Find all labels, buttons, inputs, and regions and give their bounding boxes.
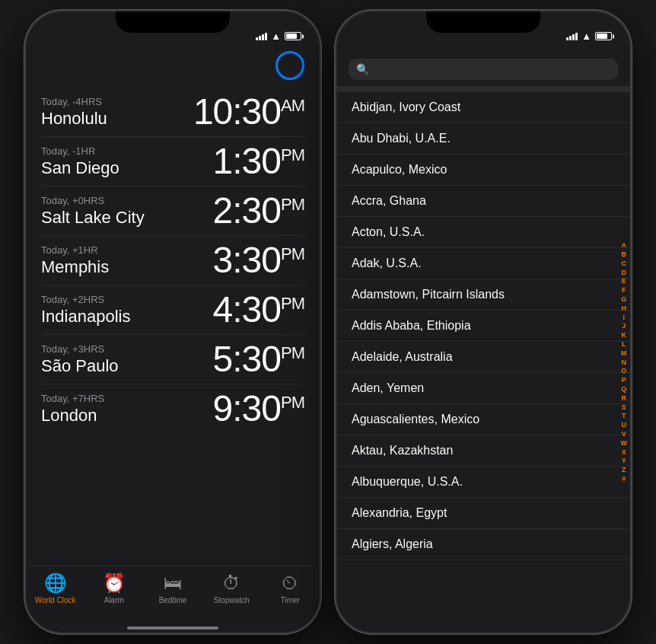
clock-city-0: Honolulu [41,109,107,129]
list-item[interactable]: Adamstown, Pitcairn Islands [336,279,630,311]
clock-offset-2: Today, +0HRS [41,195,145,206]
alpha-letter-O[interactable]: O [621,367,626,375]
alpha-letter-U[interactable]: U [622,421,627,429]
clock-left-6: Today, +7HRS London [41,393,104,426]
alpha-letter-S[interactable]: S [622,403,626,412]
clock-city-5: São Paulo [41,356,119,376]
alpha-letter-P[interactable]: P [622,376,626,384]
alpha-letter-J[interactable]: J [622,322,626,330]
clock-time-3: 3:30PM [213,242,304,279]
clock-item: Today, -1HR San Diego 1:30PM [41,137,304,187]
alpha-letter-Q[interactable]: Q [621,385,626,394]
clock-city-1: San Diego [41,158,119,178]
alpha-letter-T[interactable]: T [622,412,626,420]
tab-bar: 🌐 World Clock ⏰ Alarm 🛏 Bedtime ⏱ Stopwa… [26,566,320,628]
tab-stopwatch[interactable]: ⏱ Stopwatch [209,572,254,604]
clock-left-3: Today, +1HR Memphis [41,244,109,277]
alpha-letter-I[interactable]: I [623,314,625,322]
list-item[interactable]: Alexandria, Egypt [336,498,630,529]
list-item[interactable]: Addis Ababa, Ethiopia [336,311,630,342]
alpha-letter-D[interactable]: D [622,269,627,277]
alpha-letter-Y[interactable]: Y [622,457,626,465]
list-item[interactable]: Acapulco, Mexico [336,155,630,186]
alpha-letter-F[interactable]: F [622,286,626,295]
list-item[interactable]: Accra, Ghana [336,186,630,217]
alpha-letter-N[interactable]: N [622,359,627,367]
tab-icon-stopwatch: ⏱ [222,572,240,594]
clock-offset-4: Today, +2HRS [41,294,130,305]
alpha-letter-B[interactable]: B [622,250,627,259]
home-indicator [26,628,320,633]
tab-icon-timer: ⏲ [281,572,299,594]
tab-label-alarm: Alarm [104,596,124,604]
alpha-letter-G[interactable]: G [621,295,626,304]
clock-time-0: 10:30AM [193,94,304,130]
alpha-letter-X[interactable]: X [622,448,626,457]
clock-item: Today, -4HRS Honolulu 10:30AM [41,88,304,137]
clock-list: Today, -4HRS Honolulu 10:30AM Today, -1H… [26,88,320,566]
alpha-letter-Z[interactable]: Z [622,466,626,474]
clock-city-2: Salt Lake City [41,208,145,228]
clock-left-2: Today, +0HRS Salt Lake City [41,195,145,228]
clock-item: Today, +7HRS London 9:30PM [41,384,304,433]
notch [116,11,230,33]
clock-ampm-1: PM [281,145,304,164]
list-item[interactable]: Aktau, Kazakhstan [336,435,630,467]
list-item[interactable]: Adelaide, Australia [336,342,630,373]
signal-icon-2 [566,33,578,40]
clock-item: Today, +3HRS São Paulo 5:30PM [41,335,304,384]
list-item[interactable]: Abidjan, Ivory Coast [336,92,630,123]
tab-label-timer: Timer [281,596,300,604]
alpha-letter-H[interactable]: H [622,304,627,313]
alpha-letter-K[interactable]: K [622,331,627,340]
city-list: Abidjan, Ivory CoastAbu Dhabi, U.A.E.Aca… [336,92,630,633]
tab-bedtime[interactable]: 🛏 Bedtime [150,572,196,604]
list-item[interactable]: Adak, U.S.A. [336,248,630,279]
search-bar[interactable]: 🔍 [349,59,618,80]
alpha-index[interactable]: ABCDEFGHIJKLMNOPQRSTUVWXYZ# [621,92,628,633]
tab-label-bedtime: Bedtime [159,596,187,604]
alpha-letter-L[interactable]: L [622,340,626,349]
clock-item: Today, +1HR Memphis 3:30PM [41,236,304,285]
tab-alarm[interactable]: ⏰ Alarm [91,572,137,604]
clock-offset-1: Today, -1HR [41,145,119,157]
status-icons: ▲ [256,30,301,42]
clock-offset-0: Today, -4HRS [41,96,107,107]
clock-offset-5: Today, +3HRS [41,343,119,355]
list-item[interactable]: Aguascalientes, Mexico [336,404,630,435]
clock-time-2: 2:30PM [213,193,304,229]
clock-left-1: Today, -1HR San Diego [41,145,119,178]
clock-city-4: Indianapolis [41,307,130,327]
alpha-letter-#[interactable]: # [622,475,626,483]
nav-header [26,45,320,88]
screen-2: 🔍 Abidjan, Ivory CoastAbu Dhabi, U.A.E.A… [336,45,630,633]
add-clock-button[interactable] [275,51,304,80]
clock-time-6: 9:30PM [213,391,304,427]
alpha-letter-M[interactable]: M [621,349,627,358]
list-item[interactable]: Acton, U.S.A. [336,217,630,248]
tab-icon-bedtime: 🛏 [164,572,182,594]
alpha-letter-W[interactable]: W [621,439,628,448]
list-item[interactable]: Aden, Yemen [336,373,630,404]
status-icons-2: ▲ [566,30,612,42]
tab-world-clock[interactable]: 🌐 World Clock [33,572,78,604]
tab-timer[interactable]: ⏲ Timer [267,572,313,604]
clock-city-3: Memphis [41,257,109,277]
clock-ampm-6: PM [281,393,304,412]
clock-city-6: London [41,406,104,426]
alpha-letter-R[interactable]: R [622,394,627,403]
alpha-letter-E[interactable]: E [622,277,626,285]
clock-ampm-5: PM [281,343,304,362]
tab-icon-alarm: ⏰ [103,572,126,594]
alpha-letter-C[interactable]: C [622,260,627,268]
list-item[interactable]: Abu Dhabi, U.A.E. [336,123,630,155]
wifi-icon-2: ▲ [581,30,591,42]
list-item[interactable]: Albuquerque, U.S.A. [336,467,630,498]
clock-time-5: 5:30PM [213,341,304,378]
screen: Today, -4HRS Honolulu 10:30AM Today, -1H… [26,45,320,633]
list-item[interactable]: Algiers, Algeria [336,529,630,560]
alpha-letter-V[interactable]: V [622,430,626,438]
alpha-letter-A[interactable]: A [622,241,627,250]
wifi-icon: ▲ [271,30,281,42]
clock-left-4: Today, +2HRS Indianapolis [41,294,130,327]
